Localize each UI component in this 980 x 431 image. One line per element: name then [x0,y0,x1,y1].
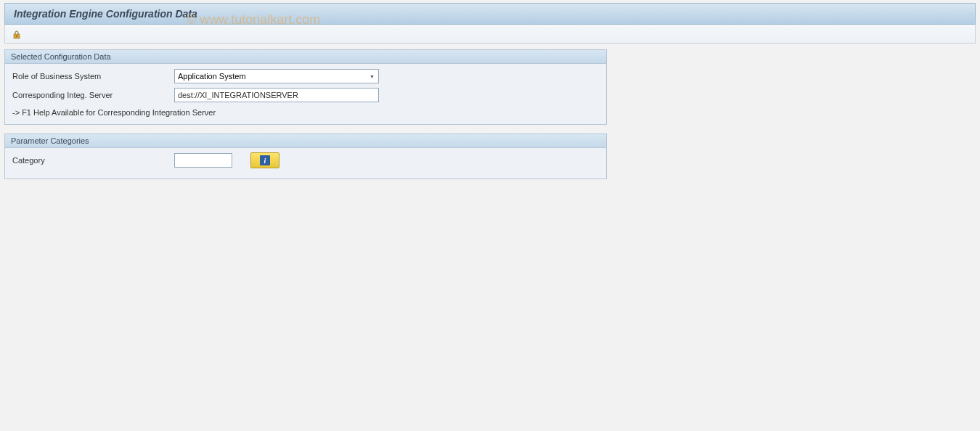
title-bar: Integration Engine Configuration Data © … [4,3,976,25]
selected-config-header: Selected Configuration Data [5,50,606,64]
server-label: Corresponding Integ. Server [11,91,174,99]
parameter-categories-header: Parameter Categories [5,134,606,148]
role-label: Role of Business System [11,72,174,81]
parameter-categories-panel: Parameter Categories Category i [4,134,607,179]
info-icon: i [260,155,270,165]
category-input[interactable] [174,153,232,168]
role-select[interactable]: Application System [174,69,379,83]
role-select-wrapper: Application System [174,69,379,83]
content-area: Selected Configuration Data Role of Busi… [0,49,980,179]
selected-config-panel: Selected Configuration Data Role of Busi… [4,49,607,125]
svg-point-1 [16,36,17,37]
toggle-display-change-button[interactable] [11,28,24,41]
role-row: Role of Business System Application Syst… [11,68,600,84]
f1-help-text: -> F1 Help Available for Corresponding I… [11,106,600,117]
page-title: Integration Engine Configuration Data [14,8,197,20]
pencil-lock-icon [12,28,23,40]
category-label: Category [11,156,174,165]
application-toolbar [4,25,976,44]
server-input[interactable] [174,88,379,102]
parameter-categories-body: Category i [5,148,606,178]
server-row: Corresponding Integ. Server [11,87,600,103]
selected-config-body: Role of Business System Application Syst… [5,64,606,124]
info-button[interactable]: i [250,152,279,168]
category-row: Category i [11,152,600,168]
